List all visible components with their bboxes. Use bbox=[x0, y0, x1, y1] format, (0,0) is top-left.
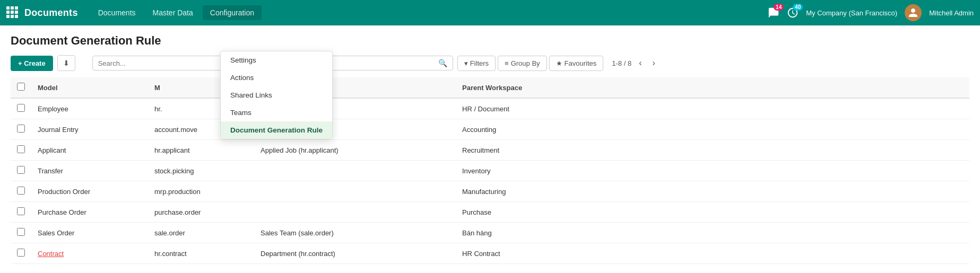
row-checkbox-cell bbox=[11, 202, 31, 223]
row-model: Transfer bbox=[31, 161, 148, 181]
row-model: Employee bbox=[31, 98, 148, 119]
row-checkbox[interactable] bbox=[17, 228, 25, 236]
groupby-icon: ≡ bbox=[505, 59, 509, 67]
row-model: Sales Order bbox=[31, 223, 148, 243]
clock-icon-btn[interactable]: 40 bbox=[787, 7, 799, 19]
prev-page-button[interactable]: ‹ bbox=[636, 57, 645, 69]
page-container: Document Generation Rule + Create ⬇ 🔍 ▾ … bbox=[0, 25, 980, 272]
download-button[interactable]: ⬇ bbox=[57, 55, 75, 71]
row-workspace-field: Sales Team (sale.order) bbox=[254, 223, 456, 243]
row-parent-workspace: Accounting bbox=[456, 119, 969, 140]
row-workspace-field bbox=[254, 161, 456, 181]
dropdown-item-actions[interactable]: Actions bbox=[221, 69, 332, 86]
nav-item-configuration[interactable]: Configuration bbox=[203, 5, 262, 20]
row-checkbox-cell bbox=[11, 119, 31, 140]
favourites-button[interactable]: ★ Favourites bbox=[549, 56, 604, 71]
row-checkbox[interactable] bbox=[17, 207, 25, 215]
filters-button[interactable]: ▾ Filters bbox=[457, 56, 496, 71]
col-checkbox bbox=[11, 77, 31, 98]
row-checkbox-cell bbox=[11, 161, 31, 181]
clock-badge: 40 bbox=[793, 4, 803, 11]
search-icon: 🔍 bbox=[438, 59, 447, 67]
company-name: My Company (San Francisco) bbox=[806, 9, 897, 17]
row-model: Purchase Order bbox=[31, 202, 148, 223]
row-parent-workspace: Bán hàng bbox=[456, 223, 969, 243]
row-checkbox[interactable] bbox=[17, 166, 25, 174]
top-nav: Documents Documents Master Data Configur… bbox=[0, 0, 980, 25]
dropdown-item-teams[interactable]: Teams bbox=[221, 104, 332, 121]
col-model: Model bbox=[31, 77, 148, 98]
row-checkbox-cell bbox=[11, 98, 31, 119]
table-row: Applicant hr.applicant Applied Job (hr.a… bbox=[11, 140, 969, 161]
filters-label: Filters bbox=[470, 59, 489, 67]
row-tech: stock.picking bbox=[148, 161, 254, 181]
dropdown-item-sharedlinks[interactable]: Shared Links bbox=[221, 86, 332, 104]
row-checkbox-cell bbox=[11, 223, 31, 243]
nav-item-documents[interactable]: Documents bbox=[91, 5, 143, 20]
row-checkbox[interactable] bbox=[17, 249, 25, 257]
filter-buttons: ▾ Filters ≡ Group By ★ Favourites bbox=[457, 56, 604, 71]
row-parent-workspace: Inventory bbox=[456, 161, 969, 181]
user-avatar[interactable] bbox=[905, 4, 922, 21]
row-checkbox-cell bbox=[11, 140, 31, 161]
favourites-label: Favourites bbox=[565, 59, 597, 67]
dropdown-item-settings[interactable]: Settings bbox=[221, 51, 332, 69]
nav-menu: Documents Master Data Configuration bbox=[91, 5, 768, 20]
row-tech: purchase.order bbox=[148, 202, 254, 223]
table-row: Production Order mrp.production Manufact… bbox=[11, 181, 969, 202]
row-parent-workspace: HR Contract bbox=[456, 243, 969, 264]
row-parent-workspace: Manufacturing bbox=[456, 181, 969, 202]
app-title: Documents bbox=[24, 7, 78, 19]
model-name: Transfer bbox=[38, 167, 63, 175]
table-row: Employee hr. HR / Document bbox=[11, 98, 969, 119]
page-title: Document Generation Rule bbox=[11, 34, 969, 48]
next-page-button[interactable]: › bbox=[649, 57, 658, 69]
row-workspace-field bbox=[254, 202, 456, 223]
row-checkbox[interactable] bbox=[17, 104, 25, 112]
model-name: Employee bbox=[38, 105, 68, 113]
row-tech: hr.applicant bbox=[148, 140, 254, 161]
row-checkbox[interactable] bbox=[17, 187, 25, 195]
row-workspace-field: Department (hr.contract) bbox=[254, 243, 456, 264]
table-row: Contract hr.contract Department (hr.cont… bbox=[11, 243, 969, 264]
model-name: Sales Order bbox=[38, 229, 74, 237]
model-name: Journal Entry bbox=[38, 126, 79, 134]
groupby-button[interactable]: ≡ Group By bbox=[498, 56, 547, 71]
row-parent-workspace: HR / Document bbox=[456, 98, 969, 119]
col-parent-workspace: Parent Workspace bbox=[456, 77, 969, 98]
nav-item-masterdata[interactable]: Master Data bbox=[145, 5, 201, 20]
row-checkbox[interactable] bbox=[17, 125, 25, 133]
create-button[interactable]: + Create bbox=[11, 56, 53, 71]
app-grid-icon[interactable] bbox=[6, 6, 19, 19]
table-row: Purchase Order purchase.order Purchase bbox=[11, 202, 969, 223]
model-name: Purchase Order bbox=[38, 208, 86, 216]
chat-badge: 14 bbox=[774, 4, 784, 11]
row-model: Journal Entry bbox=[31, 119, 148, 140]
row-checkbox-cell bbox=[11, 243, 31, 264]
table-row: Transfer stock.picking Inventory bbox=[11, 161, 969, 181]
row-checkbox-cell bbox=[11, 181, 31, 202]
toolbar: + Create ⬇ 🔍 ▾ Filters ≡ Group By ★ Favo… bbox=[11, 55, 969, 71]
row-model: Contract bbox=[31, 243, 148, 264]
nav-right: 14 40 My Company (San Francisco) Mitchel… bbox=[768, 4, 974, 21]
row-model: Production Order bbox=[31, 181, 148, 202]
row-parent-workspace: Recruitment bbox=[456, 140, 969, 161]
table-row: Journal Entry account.move Journal (acco… bbox=[11, 119, 969, 140]
data-table: Model M Workspace Field Parent Workspace… bbox=[11, 77, 969, 264]
chat-icon-btn[interactable]: 14 bbox=[768, 7, 779, 19]
configuration-dropdown: Settings Actions Shared Links Teams Docu… bbox=[220, 51, 333, 139]
star-icon: ★ bbox=[556, 59, 562, 67]
user-name: Mitchell Admin bbox=[929, 9, 974, 17]
row-workspace-field bbox=[254, 181, 456, 202]
dropdown-item-docgenrule[interactable]: Document Generation Rule bbox=[221, 121, 332, 139]
model-name: Production Order bbox=[38, 188, 90, 196]
select-all-checkbox[interactable] bbox=[17, 83, 25, 91]
row-model: Applicant bbox=[31, 140, 148, 161]
row-parent-workspace: Purchase bbox=[456, 202, 969, 223]
row-workspace-field: Applied Job (hr.applicant) bbox=[254, 140, 456, 161]
filter-icon: ▾ bbox=[464, 59, 468, 67]
model-link[interactable]: Contract bbox=[38, 250, 64, 258]
table-row: Sales Order sale.order Sales Team (sale.… bbox=[11, 223, 969, 243]
model-name: Applicant bbox=[38, 146, 66, 154]
row-checkbox[interactable] bbox=[17, 145, 25, 153]
